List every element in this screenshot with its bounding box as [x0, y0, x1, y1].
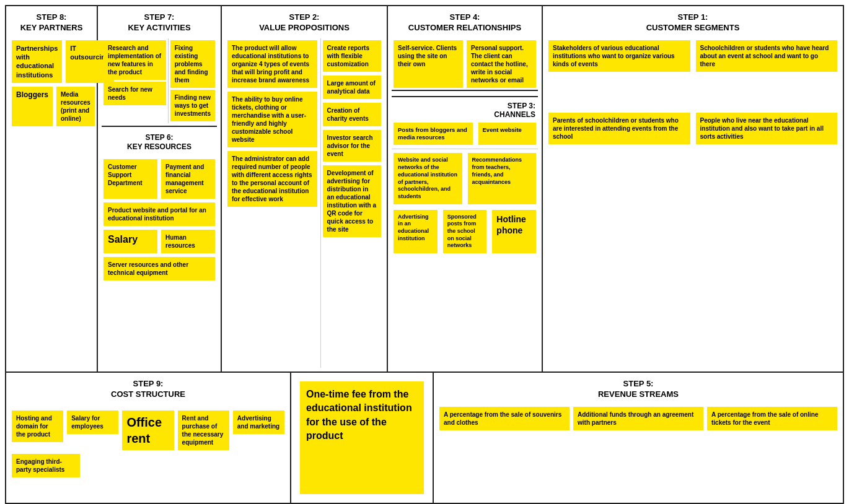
partner-card-1: Partnerships with educational institutio… — [12, 40, 62, 83]
value-card-6: Creation of charity events — [323, 103, 381, 126]
partners-bottom-row: Bloggers Media resources (print and onli… — [10, 85, 93, 128]
activity-card-4: Finding new ways to get investments — [170, 90, 215, 121]
value-split: The product will allow educational insti… — [226, 38, 383, 368]
col-partners: STEP 8: KEY PARTNERS Partnerships with e… — [6, 6, 98, 371]
activities-top: Research and implementation of new featu… — [102, 38, 217, 127]
activity-card-2: Search for new needs — [103, 82, 166, 105]
activity-card-3: Fixing existing problems and finding the… — [170, 40, 215, 88]
revenue-main-card: One-time fee from the educational instit… — [300, 381, 424, 494]
revenue-card-1: A percentage from the sale of souvenirs … — [439, 407, 570, 430]
resource-card-6: Server resources and other technical equ… — [103, 257, 215, 280]
resource-card-3: Product website and portal for an educat… — [103, 202, 215, 226]
resources-header: STEP 6: KEY RESOURCES — [102, 129, 217, 157]
bottom-section: STEP 9: COST STRUCTURE Hosting and domai… — [6, 373, 843, 503]
col-activities: STEP 7: KEY ACTIVITIES Research and impl… — [98, 6, 222, 371]
cost-card-2: Salary for employees — [67, 411, 118, 434]
cr-card-2: Personal support. The client can contact… — [467, 40, 536, 88]
cr-top: Self-service. Clients using the site on … — [392, 38, 538, 91]
channels-section: STEP 3: CHANNELS Posts from bloggers and… — [392, 96, 538, 255]
value-header: STEP 2: VALUE PROPOSITIONS — [226, 10, 383, 38]
revenue-cards: A percentage from the sale of souvenirs … — [438, 405, 839, 432]
col-revenue-main: One-time fee from the educational instit… — [291, 373, 434, 503]
segment-card-1: Stakeholders of various educational inst… — [548, 40, 690, 72]
segments-header: STEP 1: CUSTOMER SEGMENTS — [547, 10, 839, 38]
channels-row1: Posts from bloggers and media resources … — [392, 121, 538, 150]
channels-row3: Advertising in an educational institutio… — [392, 208, 538, 255]
value-left: The product will allow educational insti… — [226, 38, 321, 368]
cost-card-4: Rent and purchase of the necessary equip… — [178, 411, 229, 450]
cost-card-1: Hosting and domain for the product — [12, 411, 63, 442]
resource-card-4: Salary — [103, 230, 157, 253]
revenue-card-3: A percentage from the sale of online tic… — [707, 407, 837, 430]
resources-grid: Customer Support Department Payment and … — [102, 157, 217, 228]
channel-card-6: Sponsored posts from the school on socia… — [443, 210, 487, 253]
segment-card-3: Parents of schoolchildren or students wh… — [548, 113, 690, 144]
segments-bottom: Parents of schoolchildren or students wh… — [547, 111, 839, 146]
channel-card-2: Event website — [478, 123, 536, 146]
cost-cards: Hosting and domain for the product Salar… — [10, 409, 286, 479]
revenue-card-2: Additional funds through an agreement wi… — [573, 407, 703, 430]
cr-card-1: Self-service. Clients using the site on … — [394, 40, 463, 88]
value-card-8: Development of advertising for distribut… — [323, 165, 381, 237]
channel-card-1: Posts from bloggers and media resources — [394, 123, 473, 146]
cost-card-6: Engaging third-party specialists — [12, 454, 80, 477]
activities-left: Research and implementation of new featu… — [102, 38, 168, 123]
partners-header: STEP 8: KEY PARTNERS — [10, 10, 93, 38]
value-card-4: Create reports with flexible customizati… — [323, 40, 381, 72]
value-right: Create reports with flexible customizati… — [321, 38, 383, 368]
partner-card-4: Media resources (print and online) — [56, 87, 95, 126]
resource-card-5: Human resources — [161, 230, 215, 253]
activities-bottom: STEP 6: KEY RESOURCES Customer Support D… — [102, 129, 217, 282]
segment-card-4: People who live near the educational ins… — [696, 113, 838, 144]
activities-header: STEP 7: KEY ACTIVITIES — [102, 10, 217, 38]
value-card-5: Large amount of analytical data — [323, 76, 381, 99]
col-value: STEP 2: VALUE PROPOSITIONS The product w… — [222, 6, 388, 371]
revenue-header: STEP 5: REVENUE STREAMS — [438, 376, 839, 405]
cr-header: STEP 4: CUSTOMER RELATIONSHIPS — [392, 10, 538, 38]
resources-grid-2: Salary Human resources Server resources … — [102, 228, 217, 282]
col-revenue-streams: STEP 5: REVENUE STREAMS A percentage fro… — [434, 373, 843, 503]
value-card-2: The ability to buy online tickets, cloth… — [227, 92, 317, 147]
channel-card-3: Website and social networks of the educa… — [394, 153, 462, 204]
channels-row2: Website and social networks of the educa… — [392, 151, 538, 206]
channel-card-7: Hotline phone — [492, 210, 536, 253]
channel-card-5: Advertising in an educational institutio… — [394, 210, 438, 253]
segments-top: Stakeholders of various educational inst… — [547, 38, 839, 74]
activities-right: Fixing existing problems and finding the… — [168, 38, 217, 123]
value-card-1: The product will allow educational insti… — [227, 40, 317, 88]
cost-card-5: Advertising and marketing — [233, 411, 284, 434]
col-segments: STEP 1: CUSTOMER SEGMENTS Stakeholders o… — [543, 6, 843, 371]
channels-header: STEP 3: CHANNELS — [392, 100, 538, 121]
partner-card-3: Bloggers — [12, 87, 53, 126]
value-card-3: The administrator can add required numbe… — [227, 151, 317, 207]
cost-card-3: Office rent — [122, 411, 174, 450]
resource-card-2: Payment and financial management service — [161, 159, 215, 199]
activity-card-1: Research and implementation of new featu… — [103, 40, 166, 80]
partners-top-row: Partnerships with educational institutio… — [10, 38, 93, 85]
business-model-canvas: STEP 8: KEY PARTNERS Partnerships with e… — [5, 5, 844, 504]
col-cost: STEP 9: COST STRUCTURE Hosting and domai… — [6, 373, 291, 503]
col-customer-rel: STEP 4: CUSTOMER RELATIONSHIPS Self-serv… — [388, 6, 543, 371]
resource-card-1: Customer Support Department — [103, 159, 157, 199]
value-card-7: Investor search advisor for the event — [323, 130, 381, 162]
cost-header: STEP 9: COST STRUCTURE — [10, 376, 286, 405]
top-section: STEP 8: KEY PARTNERS Partnerships with e… — [6, 6, 843, 373]
channel-card-4: Recommendations from teachers, friends, … — [468, 153, 537, 204]
segment-card-2: Schoolchildren or students who have hear… — [696, 40, 838, 72]
